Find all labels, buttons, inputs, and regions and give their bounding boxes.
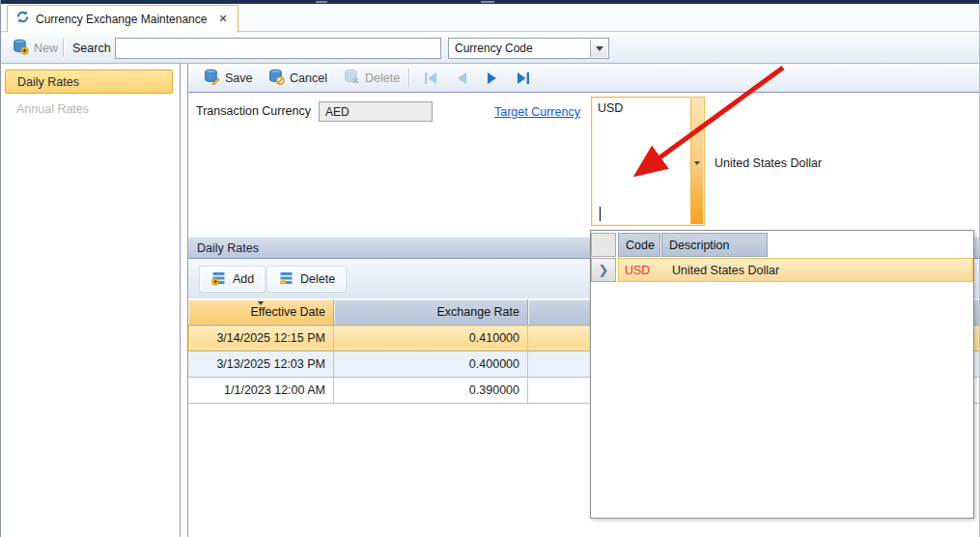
exchange-rate-cell[interactable]: 0.400000 [334,352,528,377]
document-tab-bar: Currency Exchange Maintenance ✕ [1,4,980,32]
nav-next-button[interactable] [480,68,505,89]
column-header-label: Exchange Rate [437,305,519,319]
delete-button[interactable]: Delete [338,67,406,89]
currency-dropdown-popup: Code Description ❯ USD United States Dol… [590,230,974,519]
window-edge-mark [481,1,494,3]
cancel-button-label: Cancel [290,71,327,85]
chevron-down-icon [694,161,700,165]
database-new-icon [13,39,29,58]
column-header-label: Effective Date [250,305,325,319]
search-filter-dropdown[interactable]: Currency Code [448,38,609,59]
cancel-button[interactable]: Cancel [263,67,333,89]
target-currency-name: United States Dollar [714,156,822,170]
tab-title: Currency Exchange Maintenance [36,13,207,26]
nav-next-icon [486,71,499,85]
transaction-currency-value: AED [325,105,350,119]
current-row-indicator-icon: ❯ [591,258,616,282]
add-button-label: Add [233,272,254,286]
grid-add-icon [210,270,227,289]
delete-button-label: Delete [300,272,335,286]
new-button-label: New [34,42,58,55]
transaction-currency-label: Transaction Currency [196,104,311,118]
target-currency-link[interactable]: Target Currency [494,105,580,119]
database-delete-icon [344,69,360,88]
nav-first-icon [423,71,438,85]
transaction-currency-field[interactable]: AED [319,101,433,122]
column-header-label: Code [626,239,655,252]
database-save-icon [204,69,220,88]
target-currency-combobox[interactable]: USD [591,97,705,226]
nav-last-button[interactable] [511,68,536,89]
toolbar-separator [63,39,64,57]
combobox-dropdown-button[interactable] [690,99,703,224]
currency-exchange-icon [15,10,30,28]
save-button[interactable]: Save [198,67,259,89]
nav-previous-button[interactable] [449,68,474,89]
column-header-exchange-rate[interactable]: Exchange Rate [334,299,528,325]
save-button-label: Save [225,71,253,85]
delete-button-label: Delete [365,71,400,85]
search-input[interactable] [115,38,441,59]
sidebar-item-label: Annual Rates [16,102,89,116]
sort-descending-icon [258,301,264,305]
effective-date-cell[interactable]: 3/13/2025 12:03 PM [188,352,334,377]
group-title: Daily Rates [197,241,259,255]
popup-column-description[interactable]: Description [661,233,768,257]
delete-row-button[interactable]: Delete [267,267,346,292]
column-header-label: Description [669,239,730,252]
popup-row-usd[interactable]: ❯ USD United States Dollar [591,258,973,282]
sidebar-item-label: Daily Rates [17,75,79,89]
window-edge-mark [316,1,327,3]
grid-delete-icon [278,270,294,289]
sidebar: Daily Rates Annual Rates [1,64,181,537]
tab-close-icon[interactable]: ✕ [218,13,227,25]
exchange-rate-cell[interactable]: 0.390000 [334,378,528,403]
nav-previous-icon [455,71,468,85]
search-toolbar: New Search Currency Code [1,32,980,64]
row-indicator-header [591,233,616,257]
currency-exchange-window: Currency Exchange Maintenance ✕ New Sear… [0,0,980,537]
target-currency-code: USD [598,101,623,115]
toolbar-separator [408,69,409,87]
new-button[interactable]: New [7,37,64,59]
currency-description-cell[interactable]: United States Dollar [660,264,779,277]
search-filter-value: Currency Code [455,42,533,55]
effective-date-cell[interactable]: 3/14/2025 12:15 PM [188,325,334,351]
exchange-rate-cell[interactable]: 0.410000 [334,325,528,351]
chevron-down-icon[interactable] [590,40,607,57]
search-label: Search [72,42,111,55]
currency-code-cell[interactable]: USD [618,264,660,277]
popup-column-code[interactable]: Code [618,233,660,257]
popup-header-row: Code Description [591,233,973,257]
sidebar-item-annual-rates[interactable]: Annual Rates [5,97,173,121]
nav-last-icon [516,71,531,85]
tab-currency-exchange-maintenance[interactable]: Currency Exchange Maintenance ✕ [7,5,238,33]
effective-date-cell[interactable]: 1/1/2023 12:00 AM [188,378,334,403]
column-header-effective-date[interactable]: Effective Date [188,299,334,325]
sidebar-item-daily-rates[interactable]: Daily Rates [5,70,173,94]
text-caret [600,207,601,221]
record-toolbar: Save Cancel [188,64,980,93]
database-cancel-icon [268,69,285,88]
nav-first-button[interactable] [418,68,443,89]
add-row-button[interactable]: Add [200,267,265,292]
